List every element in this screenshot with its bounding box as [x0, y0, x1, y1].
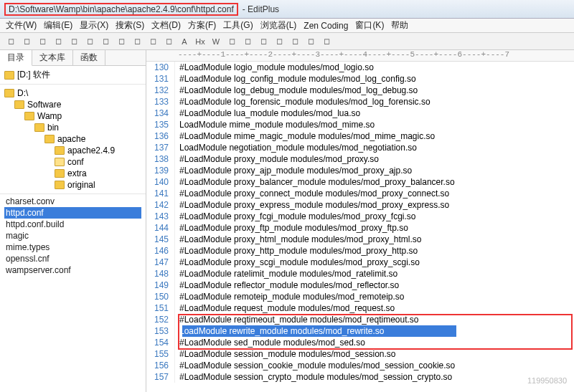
code-line[interactable]: 156#LoadModule session_cookie_module mod…	[146, 360, 574, 371]
file-item[interactable]: mime.types	[4, 242, 141, 253]
code-line[interactable]: 143#LoadModule proxy_fcgi_module modules…	[146, 211, 574, 222]
W-icon[interactable]: W	[210, 35, 222, 48]
tree-node[interactable]: D:\	[4, 87, 141, 99]
find-icon[interactable]: ◻	[146, 35, 159, 48]
zoom-icon[interactable]: ◻	[320, 35, 333, 48]
sidebar-tab[interactable]: 函数	[73, 50, 105, 65]
menu-item[interactable]: 方案(F)	[188, 19, 216, 32]
code-line[interactable]: 145#LoadModule proxy_html_module modules…	[146, 234, 574, 245]
line-number: 147	[146, 257, 175, 268]
code-text: #LoadModule log_debug_module modules/mod…	[175, 85, 418, 96]
code-line[interactable]: 151#LoadModule request_module modules/mo…	[146, 302, 574, 314]
code-line[interactable]: 130#LoadModule logio_module modules/mod_…	[146, 62, 574, 73]
Hx-icon[interactable]: Hx	[194, 35, 207, 48]
code-line[interactable]: 154#LoadModule sed_module modules/mod_se…	[146, 337, 574, 348]
code-line[interactable]: 152#LoadModule reqtimeout_module modules…	[146, 314, 574, 325]
tree-node[interactable]: extra	[4, 168, 141, 179]
cut-icon[interactable]: ◻	[67, 35, 80, 48]
code-line[interactable]: 147#LoadModule proxy_scgi_module modules…	[146, 257, 574, 268]
undo-icon[interactable]: ◻	[115, 35, 128, 48]
new-icon[interactable]: ◻	[4, 35, 17, 48]
code-text: #LoadModule session_crypto_module module…	[175, 371, 452, 383]
tree-node[interactable]: conf	[4, 156, 141, 168]
wrap-icon[interactable]: ◻	[304, 35, 317, 48]
code-area[interactable]: 130#LoadModule logio_module modules/mod_…	[146, 62, 574, 392]
redo-icon[interactable]: ◻	[131, 35, 144, 48]
line-number: 135	[146, 119, 175, 130]
sidebar-tab[interactable]: 目录	[0, 50, 32, 66]
code-line[interactable]: 136#LoadModule mime_magic_module modules…	[146, 130, 574, 142]
menu-item[interactable]: 工具(G)	[223, 19, 253, 32]
menu-item[interactable]: 浏览器(L)	[260, 19, 297, 32]
indent-icon[interactable]: ◻	[241, 35, 254, 48]
code-text: #LoadModule lua_module modules/mod_lua.s…	[175, 107, 360, 119]
drive-selector[interactable]: [D:] 软件	[0, 66, 146, 85]
line-number: 137	[146, 142, 175, 153]
title-app: - EditPlus	[243, 4, 279, 14]
file-item[interactable]: httpd.conf	[4, 207, 141, 219]
tree-node[interactable]: apache	[4, 133, 141, 145]
code-line[interactable]: 139#LoadModule proxy_ajp_module modules/…	[146, 165, 574, 176]
code-line[interactable]: 144#LoadModule proxy_ftp_module modules/…	[146, 222, 574, 234]
file-item[interactable]: httpd.conf.build	[4, 219, 141, 230]
code-line[interactable]: 157#LoadModule session_crypto_module mod…	[146, 371, 574, 383]
tree-node[interactable]: bin	[4, 122, 141, 133]
file-item[interactable]: magic	[4, 230, 141, 242]
menu-item[interactable]: 显示(X)	[80, 19, 108, 32]
code-line[interactable]: 142#LoadModule proxy_express_module modu…	[146, 199, 574, 211]
menu-item[interactable]: 窗口(K)	[355, 19, 384, 32]
menu-item[interactable]: 搜索(S)	[116, 19, 144, 32]
code-line[interactable]: 149#LoadModule reflector_module modules/…	[146, 279, 574, 291]
tree-node[interactable]: original	[4, 179, 141, 191]
drive-icon	[4, 71, 14, 80]
replace-icon[interactable]: ◻	[162, 35, 175, 48]
file-item[interactable]: charset.conv	[4, 196, 141, 207]
code-line[interactable]: 135LoadModule mime_module modules/mod_mi…	[146, 119, 574, 130]
tree-label: Software	[27, 100, 61, 110]
outdent-icon[interactable]: ◻	[257, 35, 270, 48]
line-number: 130	[146, 62, 175, 73]
line-number: 136	[146, 130, 175, 142]
menu-item[interactable]: 文档(D)	[151, 19, 181, 32]
code-line[interactable]: 155#LoadModule session_module modules/mo…	[146, 348, 574, 360]
A-icon[interactable]: A	[178, 35, 191, 48]
line-number: 134	[146, 107, 175, 119]
file-item[interactable]: openssl.cnf	[4, 253, 141, 264]
code-line[interactable]: 148#LoadModule ratelimit_module modules/…	[146, 268, 574, 279]
code-line[interactable]: 133#LoadModule log_forensic_module modul…	[146, 96, 574, 107]
print-icon[interactable]: ◻	[52, 35, 65, 48]
menu-item[interactable]: 帮助	[391, 19, 408, 32]
code-line[interactable]: 140#LoadModule proxy_balancer_module mod…	[146, 176, 574, 188]
code-line[interactable]: 138#LoadModule proxy_module modules/mod_…	[146, 153, 574, 165]
watermark: 119950830	[527, 376, 567, 385]
menu-item[interactable]: 编辑(E)	[44, 19, 72, 32]
line-number: 154	[146, 337, 175, 348]
code-line[interactable]: 150#LoadModule remoteip_module modules/m…	[146, 291, 574, 302]
code-line[interactable]: 131#LoadModule log_config_module modules…	[146, 73, 574, 85]
spell-icon[interactable]: ◻	[225, 35, 238, 48]
toolbar: ◻◻◻◻◻◻◻◻◻◻◻AHxW◻◻◻◻◻◻◻	[0, 33, 574, 50]
folder-icon	[55, 181, 65, 189]
copy-icon[interactable]: ◻	[83, 35, 96, 48]
tree-label: D:\	[17, 88, 28, 98]
code-line[interactable]: 146#LoadModule proxy_http_module modules…	[146, 245, 574, 257]
tree-node[interactable]: Software	[4, 99, 141, 110]
file-item[interactable]: wampserver.conf	[4, 264, 141, 276]
tree-node[interactable]: apache2.4.9	[4, 145, 141, 156]
open-icon[interactable]: ◻	[20, 35, 33, 48]
ruler: ----+----1----+----2----+----3----+----4…	[146, 50, 574, 62]
tree-node[interactable]: Wamp	[4, 110, 141, 122]
code-text: #LoadModule proxy_module modules/mod_pro…	[175, 153, 379, 165]
sidebar-tab[interactable]: 文本库	[32, 50, 73, 65]
save-icon[interactable]: ◻	[36, 35, 49, 48]
code-line[interactable]: 134#LoadModule lua_module modules/mod_lu…	[146, 107, 574, 119]
code-line[interactable]: 132#LoadModule log_debug_module modules/…	[146, 85, 574, 96]
paste-icon[interactable]: ◻	[99, 35, 112, 48]
bookmark-icon[interactable]: ◻	[273, 35, 286, 48]
code-line[interactable]: 137LoadModule negotiation_module modules…	[146, 142, 574, 153]
code-line[interactable]: 153LoadModule rewrite_module modules/mod…	[146, 325, 574, 337]
menu-item[interactable]: Zen Coding	[304, 21, 348, 31]
menu-item[interactable]: 文件(W)	[6, 19, 37, 32]
comment-icon[interactable]: ◻	[288, 35, 301, 48]
code-line[interactable]: 141#LoadModule proxy_connect_module modu…	[146, 188, 574, 199]
